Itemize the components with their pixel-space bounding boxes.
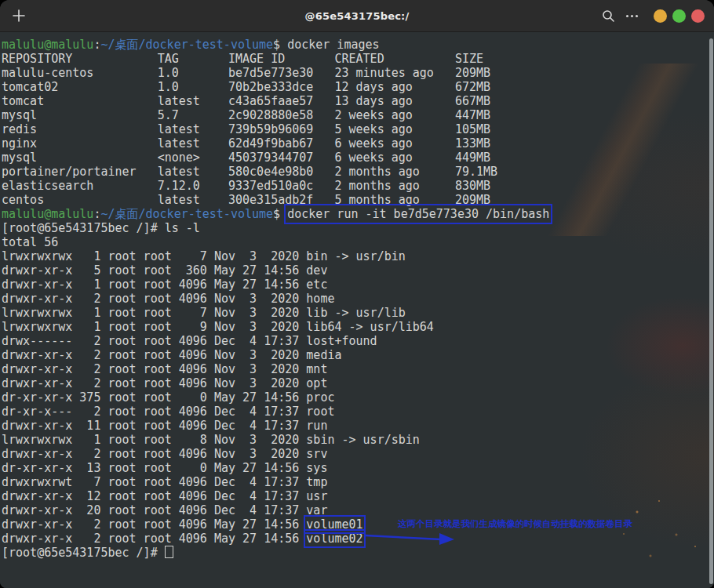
ls-entry-line: drwxr-xr-x 1 root root 4096 May 27 14:56…: [2, 278, 714, 292]
ls-entry-meta: drwxr-xr-x 2 root root 4096 Nov 3 2020: [2, 362, 306, 376]
ls-entry-line: lrwxrwxrwx 1 root root 9 Nov 3 2020 lib6…: [2, 320, 714, 334]
ls-entry-link-target: -> usr/lib64: [341, 320, 433, 334]
ls-entry-line: drwxr-xr-x 2 root root 4096 Nov 3 2020 m…: [2, 362, 714, 376]
images-row-line: tomcat latest c43a65faae57 13 days ago 6…: [2, 94, 714, 108]
container-prompt-line: [root@65e543175bec /]# ls -l: [2, 221, 714, 235]
ellipsis-icon: [626, 15, 638, 17]
images-row: centos latest 300e315adb2f 5 months ago …: [2, 193, 490, 207]
images-row: redis latest 739b59b96069 5 weeks ago 10…: [2, 122, 490, 136]
prompt-user: malulu@malulu: [2, 38, 93, 52]
close-button[interactable]: [691, 9, 705, 23]
images-row-line: redis latest 739b59b96069 5 weeks ago 10…: [2, 122, 714, 136]
ls-entry-meta: drwx------ 2 root root 4096 Dec 4 17:37: [2, 334, 306, 348]
ls-entry-name: home: [306, 292, 334, 306]
ls-entry-line: lrwxrwxrwx 1 root root 7 Nov 3 2020 lib …: [2, 306, 714, 320]
ls-entry-meta: lrwxrwxrwx 1 root root 8 Nov 3 2020: [2, 433, 306, 447]
images-row: tomcat02 1.0 70b2be333dce 12 days ago 67…: [2, 80, 490, 94]
ls-entry-meta: lrwxrwxrwx 1 root root 7 Nov 3 2020: [2, 249, 306, 263]
ls-entry-meta: drwxr-xr-x 2 root root 4096 May 27 14:56: [2, 532, 306, 546]
ls-entry-link-target: -> usr/lib: [327, 306, 405, 320]
images-row: mysql <none> 450379344707 6 weeks ago 44…: [2, 151, 490, 165]
command-docker-images: docker images: [287, 38, 379, 52]
ls-total: total 56: [2, 235, 58, 249]
search-button[interactable]: [602, 9, 615, 23]
ls-entry-line: drwxr-xr-x 2 root root 4096 Nov 3 2020 m…: [2, 348, 714, 362]
ls-entry-name: proc: [306, 390, 334, 405]
terminal-output: malulu@malulu:~/桌面/docker-test-volume$ d…: [0, 32, 714, 560]
command-docker-run: docker run -it be7d5e773e30 /bin/bash: [287, 207, 549, 221]
images-row: elasticsearch 7.12.0 9337ed510a0c 2 mont…: [2, 179, 490, 193]
terminal-cursor: [165, 546, 173, 558]
ls-entry-link-target: -> usr/sbin: [334, 433, 419, 447]
images-row-line: nginx latest 62d49f9bab67 6 weeks ago 13…: [2, 136, 714, 151]
images-row: portainer/portainer latest 580c0e4e98b0 …: [2, 165, 497, 179]
command-ls: ls -l: [165, 221, 200, 235]
ls-entry-name: lib64: [306, 320, 341, 334]
host-prompt-line: malulu@malulu:~/桌面/docker-test-volume$ d…: [2, 38, 714, 52]
search-icon: [602, 9, 615, 23]
ls-entry-name: opt: [306, 376, 327, 390]
images-row-line: mysql 5.7 2c9028880e58 2 weeks ago 447MB: [2, 108, 714, 122]
ls-entry-name: sbin: [306, 433, 334, 447]
ls-entry-meta: dr-xr-xr-x 375 root root 0 May 27 14:56: [2, 390, 306, 405]
ls-entry-line: drwxr-xr-x 12 root root 4096 Dec 4 17:37…: [2, 489, 714, 503]
ls-entry-name: volume01: [306, 517, 362, 532]
ls-entry-meta: dr-xr-xr-x 13 root root 0 May 27 14:56: [2, 461, 306, 475]
host-prompt-line: malulu@malulu:~/桌面/docker-test-volume$ d…: [2, 207, 714, 221]
ls-entry-meta: drwxr-xr-x 2 root root 4096 Nov 3 2020: [2, 292, 306, 306]
images-header-line: REPOSITORY TAG IMAGE ID CREATED SIZE: [2, 52, 714, 66]
prompt-symbol: $: [273, 207, 287, 221]
images-row-line: mysql <none> 450379344707 6 weeks ago 44…: [2, 151, 714, 165]
ls-entry-meta: lrwxrwxrwx 1 root root 7 Nov 3 2020: [2, 306, 306, 320]
terminal-window: @65e543175bec:/ malulu@malulu:~/桌面/docke…: [0, 0, 714, 588]
ls-entry-meta: dr-xr-x--- 2 root root 4096 Dec 4 17:37: [2, 405, 306, 419]
ls-total-line: total 56: [2, 235, 714, 249]
terminal-area[interactable]: malulu@malulu:~/桌面/docker-test-volume$ d…: [0, 32, 714, 588]
prompt-path: ~/桌面/docker-test-volume: [100, 38, 273, 52]
titlebar-actions: [602, 0, 705, 31]
ls-entry-line: drwxr-xr-x 11 root root 4096 Dec 4 17:37…: [2, 419, 714, 433]
images-header: REPOSITORY TAG IMAGE ID CREATED SIZE: [2, 52, 483, 66]
window-title: @65e543175bec:/: [305, 10, 410, 22]
ls-entry-meta: drwxr-xr-x 2 root root 4096 Nov 3 2020: [2, 447, 306, 461]
new-tab-button[interactable]: [11, 8, 27, 24]
ls-entry-name: tmp: [306, 475, 327, 489]
plus-icon: [12, 9, 26, 23]
ls-entry-meta: drwxr-xr-x 2 root root 4096 Nov 3 2020: [2, 348, 306, 362]
ls-entry-line: drwx------ 2 root root 4096 Dec 4 17:37 …: [2, 334, 714, 348]
ls-entry-line: drwxr-xr-x 5 root root 360 May 27 14:56 …: [2, 263, 714, 278]
images-row-line: malulu-centos 1.0 be7d5e773e30 23 minute…: [2, 66, 714, 80]
ls-entry-line: drwxr-xr-x 2 root root 4096 Nov 3 2020 o…: [2, 376, 714, 390]
ls-entry-meta: drwxr-xr-x 2 root root 4096 Nov 3 2020: [2, 376, 306, 390]
container-prompt: [root@65e543175bec /]#: [2, 221, 165, 235]
ls-entry-meta: drwxr-xr-x 2 root root 4096 May 27 14:56: [2, 517, 306, 532]
ls-entry-meta: drwxrwxrwt 7 root root 4096 Dec 4 17:37: [2, 475, 306, 489]
ls-entry-line: dr-xr-xr-x 13 root root 0 May 27 14:56 s…: [2, 461, 714, 475]
prompt-user: malulu@malulu: [2, 207, 93, 221]
ls-entry-line: dr-xr-xr-x 375 root root 0 May 27 14:56 …: [2, 390, 714, 405]
images-row: nginx latest 62d49f9bab67 6 weeks ago 13…: [2, 136, 490, 151]
images-row-line: centos latest 300e315adb2f 5 months ago …: [2, 193, 714, 207]
maximize-button[interactable]: [672, 9, 686, 23]
titlebar[interactable]: @65e543175bec:/: [0, 0, 714, 32]
ls-entry-line: lrwxrwxrwx 1 root root 8 Nov 3 2020 sbin…: [2, 433, 714, 447]
ls-entry-name: srv: [306, 447, 327, 461]
ls-entry-line: drwxrwxrwt 7 root root 4096 Dec 4 17:37 …: [2, 475, 714, 489]
images-row-line: elasticsearch 7.12.0 9337ed510a0c 2 mont…: [2, 179, 714, 193]
images-row: mysql 5.7 2c9028880e58 2 weeks ago 447MB: [2, 108, 490, 122]
scrollbar[interactable]: [709, 38, 713, 584]
ls-entry-meta: drwxr-xr-x 20 root root 4096 Dec 4 17:37: [2, 503, 306, 517]
ls-entry-name: etc: [306, 278, 327, 292]
ls-entry-meta: lrwxrwxrwx 1 root root 9 Nov 3 2020: [2, 320, 306, 334]
images-row: tomcat latest c43a65faae57 13 days ago 6…: [2, 94, 490, 108]
ls-entry-name: usr: [306, 489, 327, 503]
annotation-arrow-icon: [365, 532, 455, 546]
ls-entry-name: var: [306, 503, 327, 517]
images-row: malulu-centos 1.0 be7d5e773e30 23 minute…: [2, 66, 490, 80]
ls-entry-name: dev: [306, 263, 327, 278]
menu-button[interactable]: [626, 15, 638, 17]
ls-entry-name: volume02: [306, 532, 362, 546]
ls-entry-name: bin: [306, 249, 327, 263]
ls-entry-meta: drwxr-xr-x 5 root root 360 May 27 14:56: [2, 263, 306, 278]
minimize-button[interactable]: [654, 9, 667, 23]
